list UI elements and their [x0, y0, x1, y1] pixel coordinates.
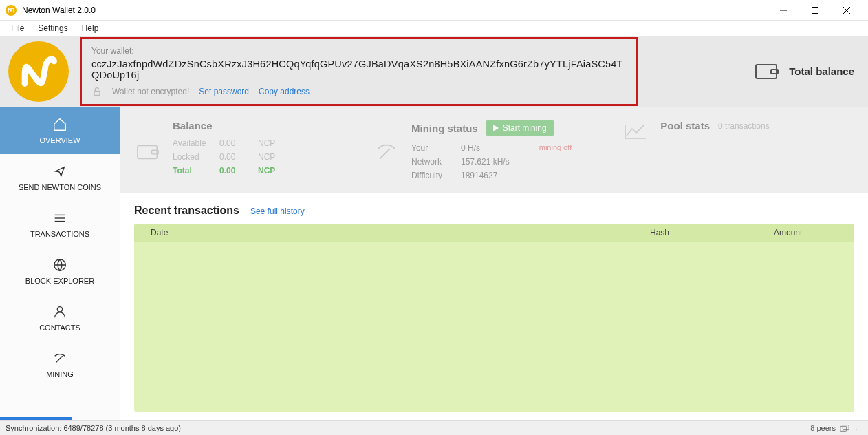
peer-count: 8 peers: [810, 424, 849, 432]
total-balance: Total balance: [755, 62, 854, 81]
sidebar-item-label: CONTACTS: [39, 323, 80, 332]
see-full-history-link[interactable]: See full history: [250, 206, 305, 216]
balance-available-value: 0.00: [219, 138, 258, 148]
svg-rect-12: [138, 145, 157, 158]
wallet-icon: [755, 62, 779, 81]
svg-rect-4: [94, 91, 100, 95]
svg-point-11: [57, 307, 62, 312]
pool-stats-title: Pool stats: [660, 120, 710, 131]
set-password-link[interactable]: Set password: [199, 87, 249, 96]
network-icon: [840, 424, 849, 432]
sidebar-item-label: TRANSACTIONS: [30, 230, 89, 238]
balance-total-label: Total: [173, 166, 219, 176]
balance-card: Balance Available 0.00 NCP Locked 0.00 N…: [120, 107, 359, 193]
recent-transactions: Recent transactions See full history Dat…: [120, 193, 868, 420]
pickaxe-icon: [373, 120, 400, 184]
tx-table-header: Date Hash Amount: [134, 224, 854, 242]
sidebar: OVERVIEW SEND NEWTON COINS TRANSACTIONS …: [0, 107, 120, 420]
menu-file[interactable]: File: [4, 22, 31, 34]
wallet-address: cczJzJaxfnpdWdZDzSnCsbXRzxJ3H62HCQqYqfqG…: [91, 59, 627, 81]
sidebar-item-block-explorer[interactable]: BLOCK EXPLORER: [0, 248, 120, 295]
peer-count-label: 8 peers: [810, 424, 836, 432]
sync-status: Synchronization: 6489/78278 (3 months 8 …: [6, 424, 181, 432]
window-title: Newton Wallet 2.0.0: [22, 6, 96, 15]
recent-transactions-title: Recent transactions: [134, 204, 239, 217]
svg-rect-5: [756, 65, 777, 78]
tx-table-body: [134, 242, 854, 412]
balance-title: Balance: [173, 120, 345, 131]
maximize-button[interactable]: [799, 0, 831, 21]
main-content: Balance Available 0.00 NCP Locked 0.00 N…: [120, 107, 868, 420]
pool-stats-card: Pool stats 0 transactions: [608, 107, 868, 193]
your-wallet-label: Your wallet:: [91, 46, 627, 56]
titlebar: Newton Wallet 2.0.0: [0, 0, 868, 21]
mining-title: Mining status: [411, 123, 478, 134]
total-balance-label: Total balance: [789, 65, 854, 77]
sidebar-item-transactions[interactable]: TRANSACTIONS: [0, 201, 120, 248]
sidebar-item-send[interactable]: SEND NEWTON COINS: [0, 154, 120, 201]
sidebar-item-mining[interactable]: MINING: [0, 341, 120, 388]
col-hash: Hash: [650, 228, 774, 237]
sidebar-item-label: MINING: [46, 370, 74, 379]
balance-total-value: 0.00: [219, 166, 258, 176]
svg-rect-14: [840, 426, 847, 431]
resize-grip-icon[interactable]: ⋰: [855, 423, 862, 432]
mining-network-label: Network: [411, 157, 459, 167]
menubar: File Settings Help: [0, 21, 868, 36]
sidebar-item-label: OVERVIEW: [39, 136, 80, 145]
mining-card: Mining status Start mining Your 0 H/s mi…: [359, 107, 608, 193]
sync-progress-bar: [0, 417, 72, 420]
balance-unit: NCP: [258, 166, 285, 176]
copy-address-link[interactable]: Copy address: [259, 87, 310, 96]
start-mining-button[interactable]: Start mining: [486, 120, 554, 136]
balance-unit: NCP: [258, 152, 285, 162]
sidebar-item-contacts[interactable]: CONTACTS: [0, 295, 120, 341]
balance-locked-value: 0.00: [219, 152, 258, 162]
wallet-not-encrypted-label: Wallet not encrypted!: [112, 87, 189, 96]
header: Your wallet: cczJzJaxfnpdWdZDzSnCsbXRzxJ…: [0, 36, 868, 107]
balance-locked-label: Locked: [173, 152, 219, 162]
app-icon: [6, 5, 17, 16]
sidebar-item-overview[interactable]: OVERVIEW: [0, 107, 120, 154]
wallet-address-box: Your wallet: cczJzJaxfnpdWdZDzSnCsbXRzxJ…: [80, 37, 638, 106]
mining-difficulty-value: 18914627: [461, 171, 532, 180]
balance-available-label: Available: [173, 138, 219, 148]
start-mining-label: Start mining: [503, 123, 547, 133]
mining-your-label: Your: [411, 143, 459, 153]
mining-your-value: 0 H/s: [461, 143, 532, 153]
mining-off-label: mining off: [534, 143, 595, 153]
wallet-icon: [134, 120, 162, 184]
menu-settings[interactable]: Settings: [31, 22, 74, 34]
sidebar-item-label: BLOCK EXPLORER: [25, 277, 94, 285]
svg-rect-1: [812, 7, 818, 13]
pool-stats-sub: 0 transactions: [718, 121, 770, 131]
mining-network-value: 157.621 kH/s: [461, 157, 532, 167]
balance-unit: NCP: [258, 138, 285, 148]
sidebar-item-label: SEND NEWTON COINS: [19, 183, 101, 191]
statusbar: Synchronization: 6489/78278 (3 months 8 …: [0, 420, 868, 435]
menu-help[interactable]: Help: [75, 22, 106, 34]
close-button[interactable]: [831, 0, 862, 21]
logo-icon: [8, 41, 69, 102]
mining-difficulty-label: Difficulty: [411, 171, 459, 180]
lock-open-icon: [91, 86, 102, 97]
col-amount: Amount: [774, 228, 847, 237]
svg-rect-15: [843, 425, 849, 429]
minimize-button[interactable]: [768, 0, 799, 21]
chart-line-icon: [622, 120, 649, 143]
col-date: Date: [141, 228, 650, 237]
